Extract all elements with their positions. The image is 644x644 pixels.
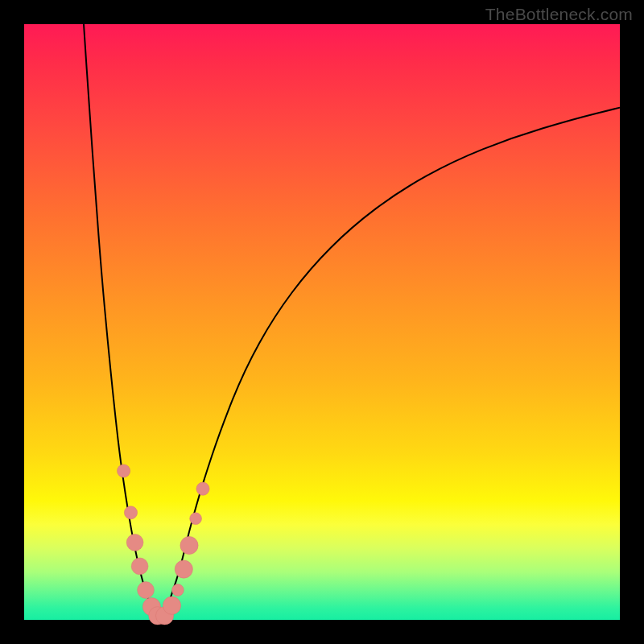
data-marker: [196, 482, 209, 495]
curve-left-branch: [84, 24, 161, 620]
marker-group: [118, 464, 210, 625]
data-marker: [118, 464, 130, 477]
data-marker: [138, 582, 155, 599]
chart-frame: TheBottleneck.com: [0, 0, 644, 644]
chart-svg: [24, 24, 620, 620]
data-marker: [131, 558, 148, 575]
data-marker: [190, 513, 202, 525]
data-marker: [172, 584, 184, 597]
data-marker: [175, 560, 192, 578]
data-marker: [126, 534, 143, 551]
data-marker: [163, 597, 180, 614]
data-marker: [180, 536, 198, 554]
watermark-text: TheBottleneck.com: [485, 5, 633, 24]
data-marker: [124, 506, 137, 519]
curve-group: [84, 24, 620, 620]
curve-right-branch: [161, 108, 620, 620]
